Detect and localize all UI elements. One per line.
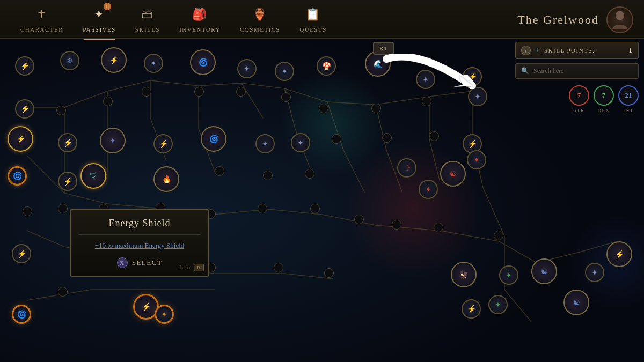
- dex-value: 7: [602, 91, 606, 100]
- skill-node-57[interactable]: [274, 263, 283, 272]
- skill-node-energy-shield[interactable]: 🛡: [80, 163, 106, 189]
- select-x-button[interactable]: X: [117, 257, 128, 268]
- skill-node-47[interactable]: [310, 204, 320, 213]
- x-icon: X: [120, 260, 125, 266]
- skill-node-46[interactable]: [258, 204, 267, 213]
- skill-node-10[interactable]: ✦: [416, 70, 435, 89]
- skill-node-5[interactable]: 🌀: [190, 49, 216, 75]
- skill-node-48[interactable]: [354, 215, 364, 224]
- skill-node-1[interactable]: ⚡: [15, 56, 34, 76]
- skill-node-24[interactable]: ⚡: [58, 133, 77, 152]
- skill-points-value: 1: [629, 46, 633, 55]
- dex-label: DEX: [598, 108, 610, 113]
- skill-node-38[interactable]: [215, 166, 224, 176]
- skill-node-15[interactable]: [142, 87, 151, 97]
- nav-item-passives[interactable]: ✦ 1 Passives: [73, 2, 126, 36]
- skill-node-26[interactable]: ⚡: [153, 134, 173, 153]
- search-input[interactable]: [533, 67, 633, 75]
- skill-node-42[interactable]: [58, 204, 68, 213]
- skill-node-3[interactable]: ⚡: [101, 47, 127, 73]
- stat-int: 21 INT: [618, 85, 639, 113]
- nav-item-character[interactable]: ✝ Character: [11, 2, 73, 36]
- skill-node-12[interactable]: ⚡: [15, 99, 34, 119]
- r-button: R: [194, 264, 204, 271]
- skill-node-61[interactable]: ☯: [531, 258, 557, 284]
- skill-node-58[interactable]: [324, 268, 334, 278]
- skill-node-16[interactable]: [194, 87, 204, 97]
- skill-node-2[interactable]: ❄: [60, 51, 79, 70]
- str-label: STR: [573, 108, 584, 113]
- skill-node-59[interactable]: 🦅: [451, 262, 477, 287]
- skill-node-11[interactable]: ⚡: [463, 67, 482, 86]
- skill-node-20[interactable]: [371, 104, 381, 113]
- skill-node-red-2[interactable]: ♦: [419, 180, 438, 199]
- skill-node-30[interactable]: [332, 134, 341, 144]
- skill-node-37[interactable]: 🔥: [153, 166, 179, 192]
- skill-node-25[interactable]: ✦: [100, 128, 126, 153]
- skill-node-63[interactable]: ⚡: [606, 241, 632, 267]
- svg-point-53: [616, 11, 624, 20]
- skill-node-62[interactable]: ✦: [585, 263, 604, 282]
- skill-node-9[interactable]: 🌊: [365, 51, 391, 77]
- nav-item-quests[interactable]: 📋 Quests: [290, 2, 336, 36]
- skill-node-49[interactable]: [392, 220, 401, 230]
- info-hint-label: Info: [179, 264, 191, 270]
- skill-node-41[interactable]: [23, 206, 32, 216]
- skill-node-red-3[interactable]: ☯: [440, 161, 466, 187]
- skill-node-21[interactable]: [422, 97, 431, 106]
- skill-node-28[interactable]: ✦: [255, 134, 275, 153]
- skill-node-23[interactable]: ⚡: [8, 126, 33, 152]
- search-box: 🔍: [515, 63, 639, 79]
- character-avatar: [606, 6, 633, 33]
- skill-node-17[interactable]: [236, 87, 246, 97]
- skill-node-69[interactable]: ✦: [488, 295, 508, 314]
- nav-item-cosmetics[interactable]: 🏺 Cosmetics: [230, 2, 290, 36]
- skill-node-65[interactable]: [58, 287, 68, 297]
- right-panel: i + Skill Points: 1 🔍 7 STR 7 DEX 21 INT: [515, 42, 639, 113]
- skill-node-50[interactable]: [434, 223, 443, 232]
- skill-node-32[interactable]: [429, 131, 439, 141]
- skill-node-18[interactable]: [281, 92, 291, 102]
- skill-node-52[interactable]: ⚡: [12, 244, 31, 263]
- skill-node-68[interactable]: ⚡: [462, 299, 481, 319]
- skill-node-red-1[interactable]: ☽: [397, 158, 416, 178]
- nav-label-skills: Skills: [135, 26, 160, 33]
- skill-node-27[interactable]: 🌀: [201, 126, 226, 152]
- dex-circle: 7: [594, 85, 614, 106]
- skill-node-40[interactable]: [305, 169, 314, 179]
- cosmetics-icon: 🏺: [251, 5, 270, 24]
- passives-icon: ✦ 1: [90, 5, 109, 24]
- skill-node-red-4[interactable]: ♦: [467, 150, 486, 169]
- skill-node-29[interactable]: ✦: [291, 133, 310, 152]
- skill-node-39[interactable]: [263, 171, 273, 180]
- nav-label-quests: Quests: [299, 26, 327, 33]
- skill-node-7[interactable]: ✦: [275, 62, 294, 81]
- skill-node-6[interactable]: ✦: [237, 59, 257, 78]
- skill-node-64[interactable]: 🌀: [12, 305, 31, 324]
- skill-node-67[interactable]: ✦: [155, 305, 174, 324]
- inventory-icon: 🎒: [191, 5, 210, 24]
- skill-node-31[interactable]: [382, 133, 392, 143]
- skill-node-8[interactable]: 🍄: [317, 56, 336, 76]
- nav-item-inventory[interactable]: 🎒 Inventory: [170, 2, 230, 36]
- skill-node-35[interactable]: ⚡: [58, 172, 77, 191]
- r1-button[interactable]: R1: [373, 42, 394, 55]
- info-hint: Info R: [179, 264, 204, 271]
- skill-node-19[interactable]: [319, 104, 328, 113]
- skill-node-60[interactable]: ✦: [499, 265, 518, 285]
- skill-node-22[interactable]: ✦: [468, 87, 487, 106]
- skill-node-34[interactable]: 🌀: [8, 166, 27, 186]
- str-circle: 7: [569, 85, 589, 106]
- skill-node-13[interactable]: [56, 106, 66, 115]
- skill-node-51[interactable]: [494, 231, 503, 240]
- nav-label-passives: Passives: [83, 26, 116, 33]
- skill-node-14[interactable]: [103, 97, 113, 106]
- skill-node-4[interactable]: ✦: [144, 54, 163, 73]
- info-button[interactable]: i: [521, 46, 531, 55]
- skill-node-70[interactable]: ☯: [564, 290, 589, 315]
- area-name-header: The Grelwood: [507, 0, 644, 40]
- nav-item-skills[interactable]: 🗃 Skills: [126, 2, 170, 36]
- tooltip-description: +10 to maximum Energy Shield: [78, 240, 201, 251]
- stats-row: 7 STR 7 DEX 21 INT: [515, 85, 639, 113]
- area-name-text: The Grelwood: [517, 13, 599, 27]
